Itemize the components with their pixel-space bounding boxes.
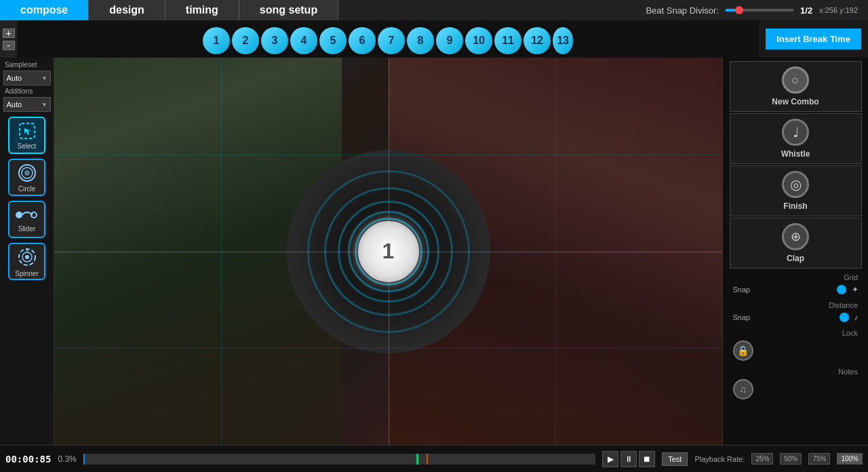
circle-tool-label: Circle [18,185,36,193]
notes-radio[interactable]: ♫ [733,379,753,399]
beat-ball-4[interactable]: 4 [290,27,317,54]
playback-controls: ▶ ⏸ ⏹ [602,451,655,467]
notes-row: ♫ [730,377,862,401]
whistle-label: Whistle [781,149,810,159]
grid-snap-radio-on[interactable] [837,285,846,294]
insert-break-time-btn[interactable]: Insert Break Time [766,28,861,50]
svg-point-4 [16,212,22,218]
distance-snap-row: Snap ♪ [730,311,862,324]
grid-label: Grid [844,273,858,281]
zoom-in-btn[interactable]: + [3,28,15,38]
test-btn[interactable]: Test [662,452,688,466]
playback-rate-label: Playback Rate: [694,455,745,463]
beat-ball-7[interactable]: 7 [378,27,405,54]
grid-snap-radios: ✦ [837,285,859,294]
coords-display: x:256 y:192 [819,6,858,14]
rate-100-btn[interactable]: 100% [837,453,863,465]
zoom-out-btn[interactable]: - [3,41,15,50]
beat-ball-3[interactable]: 3 [261,27,288,54]
beat-snap-slider[interactable] [726,9,793,12]
sampleset-arrow-icon: ▼ [42,75,47,81]
tab-design[interactable]: design [89,0,165,20]
lock-radio[interactable]: 🔒 [733,340,753,361]
play-btn[interactable]: ▶ [602,451,618,467]
finish-label: Finish [783,201,807,211]
tab-timing[interactable]: timing [165,0,239,20]
stop-btn[interactable]: ⏹ [639,451,655,467]
beat-ball-13[interactable]: 13 [553,27,573,54]
circle-icon [17,163,37,183]
notes-label: Notes [838,368,858,376]
whistle-icon: ♩ [782,119,809,146]
timeline-track[interactable] [83,454,595,465]
beat-ball-6[interactable]: 6 [349,27,376,54]
rate-50-btn[interactable]: 50% [780,453,802,465]
timeline-marker-green [416,454,418,465]
sampleset-value: Auto [7,74,22,82]
beat-balls: 1 2 3 4 5 6 7 8 9 10 11 12 13 [203,27,573,54]
additions-value: Auto [7,100,22,109]
beat-ball-1[interactable]: 1 [203,27,230,54]
beat-ball-9[interactable]: 9 [436,27,463,54]
distance-snap-label: Snap [733,313,751,321]
main-canvas[interactable]: 1 [54,58,722,445]
rate-75-btn[interactable]: 75% [808,453,830,465]
timeline-fill [83,454,85,465]
finish-btn[interactable]: ◎ Finish [730,165,862,216]
distance-snap-radios: ♪ [840,313,859,322]
slider-tool-btn[interactable]: Slider [8,201,45,238]
distance-label: Distance [829,301,858,309]
additions-dropdown[interactable]: Auto ▼ [3,97,51,112]
nav-spacer [338,0,635,20]
beat-snap-value: 1/2 [800,5,812,16]
time-display: 00:00:85 [5,454,51,465]
progress-percentage: 0.3% [58,454,76,464]
timeline-numbers[interactable]: 1 2 3 4 5 6 7 8 9 10 11 12 13 [17,20,759,58]
select-tool-btn[interactable]: Select [8,117,45,154]
beat-snap-slider-thumb [735,6,743,14]
zoom-controls: + - [0,20,17,58]
left-sidebar: Sampleset Auto ▼ Additions Auto ▼ Select… [0,58,54,445]
right-sidebar: ○ New Combo ♩ Whistle ◎ Finish ⊕ Clap Gr… [722,58,868,445]
beat-ball-2[interactable]: 2 [232,27,259,54]
bottom-bar: 00:00:85 0.3% ▶ ⏸ ⏹ Test Playback Rate: … [0,445,868,472]
finish-icon: ◎ [782,171,809,198]
beat-ball-11[interactable]: 11 [494,27,521,54]
distance-snap-icon: ♪ [854,313,859,322]
grid-snap-icon: ✦ [852,285,859,294]
svg-point-8 [25,255,29,259]
beat-ball-10[interactable]: 10 [465,27,492,54]
new-combo-icon: ○ [782,66,809,94]
new-combo-label: New Combo [772,97,818,106]
beat-ball-12[interactable]: 12 [524,27,551,54]
tab-compose[interactable]: compose [0,0,89,20]
beat-snap-label: Beat Snap Divisor: [646,5,719,16]
distance-snap-radio-dist[interactable] [840,313,849,322]
whistle-btn[interactable]: ♩ Whistle [730,113,862,164]
top-nav: compose design timing song setup Beat Sn… [0,0,868,20]
circle-tool-btn[interactable]: Circle [8,159,45,196]
tab-song-setup[interactable]: song setup [239,0,338,20]
timeline-marker-orange [427,454,428,465]
hit-circle-number: 1 [382,239,395,264]
additions-arrow-icon: ▼ [42,102,47,108]
svg-point-3 [24,170,30,176]
additions-label: Additions [5,87,33,95]
pause-btn[interactable]: ⏸ [620,451,637,467]
beat-ball-5[interactable]: 5 [319,27,347,54]
new-combo-btn[interactable]: ○ New Combo [730,61,862,112]
select-tool-label: Select [18,142,37,150]
spinner-tool-label: Spinner [15,270,38,277]
grid-snap-label: Snap [733,286,751,294]
clap-btn[interactable]: ⊕ Clap [730,218,862,269]
beat-snap-area: Beat Snap Divisor: 1/2 x:256 y:192 [635,0,868,20]
timeline-bar: + - 1 2 3 4 5 6 7 8 9 10 11 12 13 Insert… [0,20,868,58]
rate-25-btn[interactable]: 25% [751,453,773,465]
beat-ball-8[interactable]: 8 [407,27,434,54]
spinner-icon [16,246,38,268]
lock-row: 🔒 [730,338,862,363]
clap-icon: ⊕ [782,223,809,250]
grid-snap-row: Snap ✦ [730,283,862,296]
sampleset-dropdown[interactable]: Auto ▼ [3,71,51,85]
spinner-tool-btn[interactable]: Spinner [8,243,45,280]
